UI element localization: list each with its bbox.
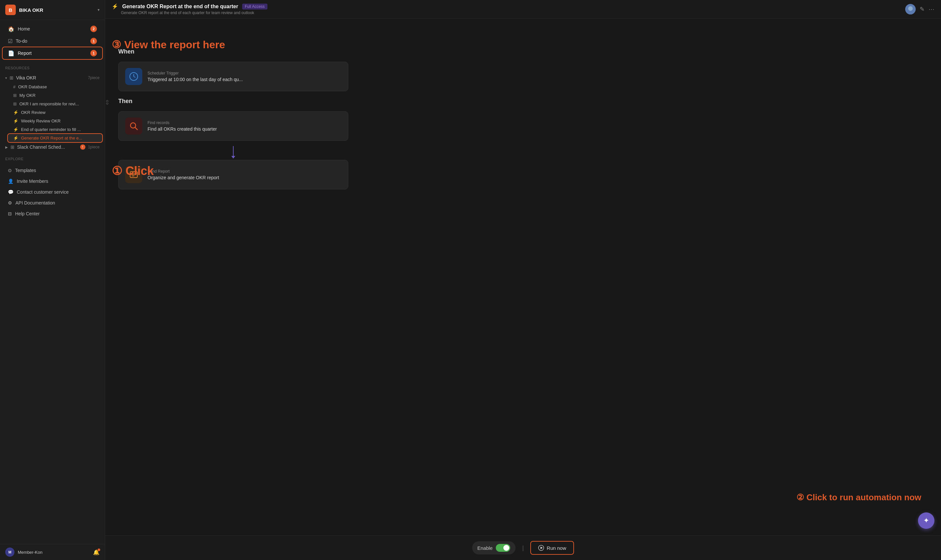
svg-line-7 [135, 128, 137, 130]
sidebar-item-weekly-review[interactable]: ⚡ Weekly Review OKR [8, 117, 102, 125]
page-title: Generate OKR Report at the end of the qu… [122, 4, 238, 9]
todo-badge: 1 [90, 38, 97, 44]
api-icon: ⚙ [8, 200, 12, 206]
then-label: Then [118, 98, 928, 105]
slack-channel-group-header[interactable]: ▶ ⊞ Slack Channel Sched... ! 1piece [3, 143, 102, 151]
flow-container: When Scheduler Trigger Triggered at 10:0… [118, 48, 928, 189]
home-badge: 2 [90, 26, 97, 32]
todo-icon: ☑ [8, 38, 12, 44]
chevron-down-icon: ▾ [97, 8, 100, 12]
help-label: Help Center [15, 211, 40, 216]
scheduler-icon [125, 68, 142, 85]
sidebar-item-todo[interactable]: ☑ To-do 1 [3, 35, 102, 47]
svg-point-0 [908, 6, 913, 11]
slack-count: 1piece [88, 145, 100, 149]
end-quarter-label: End of quarter reminder to fill ... [21, 127, 81, 132]
annotation-run-automation: ② Click to run automation now [796, 492, 921, 503]
access-badge: Full Access [242, 4, 267, 9]
send-report-label: Send Report [148, 169, 341, 174]
sidebar-item-generate-okr[interactable]: ⚡ Generate OKR Report at the e... [8, 134, 102, 142]
okr-responsible-label: OKR I am responsible for revi... [19, 102, 79, 106]
vika-okr-count: 7piece [88, 75, 100, 80]
sidebar-item-okr-responsible[interactable]: ⊞ OKR I am responsible for revi... [8, 100, 102, 108]
send-report-text: Send Report Organize and generate OKR re… [148, 169, 341, 180]
okr-database-label: OKR Database [18, 85, 47, 89]
send-report-card[interactable]: Send Report Organize and generate OKR re… [118, 160, 348, 189]
enable-group: Enable [472, 541, 516, 554]
user-name: Member-Kon [18, 550, 90, 555]
sidebar-item-report[interactable]: 📄 Report 1 [3, 47, 102, 59]
vika-okr-group: ▾ ⊞ Vika OKR 7piece # OKR Database ⊞ My … [0, 73, 105, 142]
sidebar-item-okr-database[interactable]: # OKR Database [8, 83, 102, 91]
templates-label: Templates [15, 168, 36, 173]
when-label: When [118, 48, 928, 55]
contact-label: Contact customer service [17, 189, 69, 195]
sidebar-item-invite[interactable]: 👤 Invite Members [3, 176, 102, 186]
run-icon [538, 545, 544, 551]
explore-section-label: Explore [0, 153, 105, 162]
more-options-icon[interactable]: ⋯ [929, 6, 935, 13]
sidebar-item-okr-review[interactable]: ⚡ OKR Review [8, 108, 102, 117]
api-label: API Documentation [15, 200, 55, 206]
topbar-user-avatar [905, 4, 916, 14]
sidebar-item-help[interactable]: ⊟ Help Center [3, 208, 102, 219]
bolt-icon-2: ⚡ [13, 118, 19, 123]
workspace-name: BIKA OKR [19, 7, 94, 13]
sidebar-item-templates[interactable]: ⊙ Templates [3, 165, 102, 175]
sidebar-item-end-quarter[interactable]: ⚡ End of quarter reminder to fill ... [8, 125, 102, 134]
weekly-review-label: Weekly Review OKR [21, 118, 60, 123]
sidebar-item-my-okr[interactable]: ⊞ My OKR [8, 91, 102, 100]
find-records-card[interactable]: Find records Find all OKRs created this … [118, 111, 348, 141]
trigger-label: Scheduler Trigger [148, 71, 341, 75]
bell-notification-dot [97, 549, 100, 551]
sidebar-item-home[interactable]: 🏠 Home 2 [3, 23, 102, 35]
vika-okr-items: # OKR Database ⊞ My OKR ⊞ OKR I am respo… [0, 83, 105, 142]
find-records-value: Find all OKRs created this quarter [148, 126, 341, 132]
connector-arrow [231, 156, 235, 158]
bell-icon[interactable]: 🔔 [93, 549, 100, 555]
enable-label: Enable [477, 545, 493, 551]
grid-icon-2: ⊞ [13, 93, 17, 98]
run-now-label: Run now [547, 545, 566, 551]
help-icon: ⊟ [8, 211, 12, 216]
toggle-knob [503, 545, 509, 551]
trigger-card-text: Scheduler Trigger Triggered at 10:00 on … [148, 71, 341, 82]
connector-line [233, 146, 234, 156]
topbar-title-area: ⚡ Generate OKR Report at the end of the … [112, 3, 901, 15]
vika-okr-group-header[interactable]: ▾ ⊞ Vika OKR 7piece [0, 73, 105, 82]
home-label: Home [18, 26, 87, 32]
run-now-button[interactable]: Run now [530, 541, 574, 555]
main-content: ⚡ Generate OKR Report at the end of the … [105, 0, 941, 560]
topbar: ⚡ Generate OKR Report at the end of the … [105, 0, 941, 19]
hash-icon: # [13, 85, 15, 89]
enable-toggle[interactable] [496, 544, 510, 552]
sidebar-item-api-docs[interactable]: ⚙ API Documentation [3, 198, 102, 208]
report-icon: 📄 [8, 50, 14, 57]
connector [118, 146, 348, 158]
templates-icon: ⊙ [8, 168, 12, 173]
invite-icon: 👤 [8, 178, 14, 184]
sidebar: B BIKA OKR ▾ 🏠 Home 2 ☑ To-do 1 📄 Report… [0, 0, 105, 560]
find-records-text: Find records Find all OKRs created this … [148, 120, 341, 132]
fab-button[interactable]: ✦ [918, 512, 935, 529]
sidebar-navigation: 🏠 Home 2 ☑ To-do 1 📄 Report 1 [0, 20, 105, 62]
home-icon: 🏠 [8, 26, 14, 32]
my-okr-label: My OKR [19, 93, 35, 98]
slack-alert-badge: ! [80, 145, 85, 150]
grid-icon-3: ⊞ [13, 102, 17, 106]
grid-icon: ⊞ [9, 75, 14, 80]
page-bolt-icon: ⚡ [112, 3, 118, 9]
svg-rect-11 [132, 175, 134, 176]
edit-icon[interactable]: ✎ [919, 6, 924, 13]
svg-rect-10 [132, 174, 136, 175]
sidebar-item-contact[interactable]: 💬 Contact customer service [3, 187, 102, 197]
trigger-card[interactable]: Scheduler Trigger Triggered at 10:00 on … [118, 62, 348, 91]
find-records-label: Find records [148, 120, 341, 125]
find-records-icon [125, 117, 142, 135]
scroll-indicator: ⇕ [105, 98, 110, 106]
content-area: ③ View the report here When Scheduler Tr… [105, 19, 941, 535]
workspace-icon: B [5, 5, 16, 15]
todo-label: To-do [16, 38, 87, 44]
explore-section: ⊙ Templates 👤 Invite Members 💬 Contact c… [0, 162, 105, 222]
topbar-actions: ✎ ⋯ [905, 4, 935, 14]
